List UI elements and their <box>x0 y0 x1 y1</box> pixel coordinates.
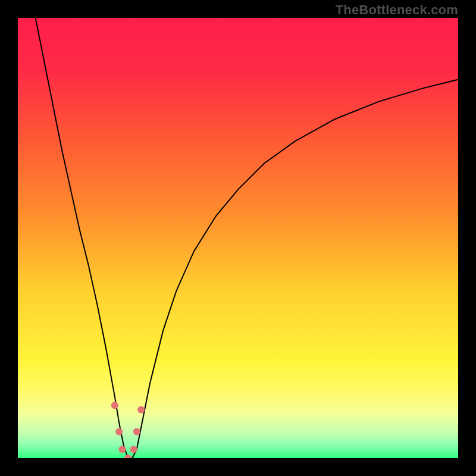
curve-path <box>36 18 458 458</box>
sweet-spot-markers <box>111 402 145 458</box>
svg-point-5 <box>130 446 137 453</box>
plot-area <box>18 18 458 458</box>
bottleneck-curve <box>18 18 458 458</box>
svg-point-6 <box>133 428 140 436</box>
svg-point-2 <box>115 428 123 436</box>
svg-point-4 <box>124 455 131 458</box>
svg-point-7 <box>137 406 145 414</box>
chart-frame: TheBottleneck.com <box>0 0 476 476</box>
svg-point-3 <box>118 446 126 453</box>
svg-point-1 <box>111 402 118 409</box>
watermark-text: TheBottleneck.com <box>336 2 458 18</box>
